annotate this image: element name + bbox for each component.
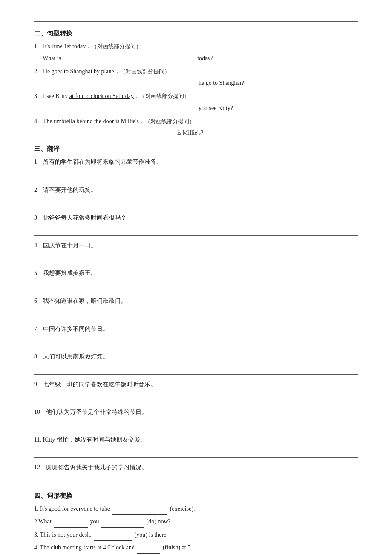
section-4-title: 四、词形变换 [34,492,358,500]
q2-4-text: 4．The umbrella behind the door is Millie… [34,116,358,127]
q2-2-blank1[interactable] [43,82,107,89]
wf-3-pre: 3. This is not your desk. [34,532,92,538]
t3-1-line[interactable] [34,170,358,180]
q2-1-blank2[interactable] [131,58,195,64]
wf-1-blank[interactable] [112,508,167,515]
q2-1-end: today? [197,52,213,64]
q2-3-blank1[interactable] [43,107,107,114]
t3-8-text: 8．人们可以用南瓜做灯笼。 [34,351,358,362]
q2-2-end: he go to Shanghai? [199,77,244,89]
t3-6-line[interactable] [34,309,358,319]
wf-3-post: (you) is there. [135,532,168,538]
wf-2: 2 What you (do) now? [34,516,358,528]
t3-1: 1．所有的学生都在为即将来临的儿童节作准备. [34,156,358,180]
section-4: 四、词形变换 1. It's good for everyone to take… [34,492,358,555]
wf-2-mid: you [90,518,99,525]
section-2-title: 二、句型转换 [34,29,358,38]
wf-2-pre: 2 What [34,518,52,525]
t3-8: 8．人们可以用南瓜做灯笼。 [34,351,358,375]
t3-7: 7．中国有许多不同的节日。 [34,324,358,347]
q2-2-text: 2．He goes to Shanghai by plane．（对画线部分提问） [34,66,358,78]
q2-2: 2．He goes to Shanghai by plane．（对画线部分提问）… [34,66,358,90]
section-3-title: 三、翻译 [34,145,358,153]
t3-11-line[interactable] [34,448,358,458]
t3-3-text: 3．你爸爸每天花很多时间看报吗？ [34,212,358,223]
wf-1-pre: 1. It's good for everyone to take [34,506,110,512]
q2-3-end: you see Kitty? [199,102,233,114]
t3-1-text: 1．所有的学生都在为即将来临的儿童节作准备. [34,156,358,167]
q2-4-blank1[interactable] [43,132,107,139]
section-3: 三、翻译 1．所有的学生都在为即将来临的儿童节作准备. 2．请不要开他的玩笑。 … [34,145,358,486]
q2-4-underline: behind the door [77,118,114,124]
wf-2-post: (do) now? [147,518,171,525]
wf-2-blank2[interactable] [101,521,144,528]
t3-7-text: 7．中国有许多不同的节日。 [34,324,358,334]
q2-3-underline: at four o'clock on Saturday [69,93,134,99]
t3-10-line[interactable] [34,420,358,430]
t3-9-line[interactable] [34,392,358,402]
t3-5-text: 5．我想要扮成美猴王. [34,268,358,278]
t3-11-text: 11. Kitty 很忙，她没有时间与她朋友交谈。 [34,434,358,445]
q2-2-blank2[interactable] [111,82,196,89]
wf-1: 1. It's good for everyone to take (exerc… [34,503,358,515]
q2-1-what: What is [43,52,61,64]
q2-4-blank2[interactable] [111,132,175,139]
wf-2-blank1[interactable] [54,521,88,528]
wf-4-pre: 4. The club meeting starts at 4 0'clock … [34,544,135,551]
t3-4-line[interactable] [34,253,358,263]
t3-12: 12．谢谢你告诉我关于我儿子的学习情况。 [34,462,358,486]
q2-4-hint: （对画线部分提问） [145,118,195,124]
wf-4-post: (finish) at 5. [163,544,192,551]
q2-1-answer: What is today? [34,52,358,64]
q2-4-end: is Millie's? [177,127,203,139]
q2-1-blank1[interactable] [63,58,127,64]
t3-8-line[interactable] [34,364,358,375]
q2-3-hint: （对画线部分提问） [140,93,190,99]
t3-5-line[interactable] [34,281,358,291]
q2-4-answer: is Millie's? [34,127,358,139]
t3-4-text: 4．国庆节在十月一日。 [34,240,358,251]
t3-12-line[interactable] [34,476,358,486]
t3-4: 4．国庆节在十月一日。 [34,240,358,263]
q2-2-underline: by plane [94,68,114,75]
t3-6-text: 6．我不知道谁在家，咱们敲敲门。 [34,295,358,306]
t3-9: 9．七年级一班的同学喜欢在吃午饭时听音乐。 [34,379,358,402]
q2-1-underline: June 1st [52,43,71,49]
t3-12-text: 12．谢谢你告诉我关于我儿子的学习情况。 [34,462,358,473]
wf-4-blank[interactable] [137,547,160,554]
q2-1: 1．It's June 1st today．（对画线部分提问） What is … [34,41,358,64]
wf-1-post: (exercise). [170,506,195,512]
t3-9-text: 9．七年级一班的同学喜欢在吃午饭时听音乐。 [34,379,358,390]
q2-2-answer: he go to Shanghai? [34,77,358,89]
t3-10: 10．他们认为万圣节是个非常特殊的节日。 [34,407,358,430]
q2-2-hint: （对画线部分提问） [120,68,170,75]
q2-3-text: 3．I see Kitty at four o'clock on Saturda… [34,91,358,102]
t3-6: 6．我不知道谁在家，咱们敲敲门。 [34,295,358,319]
section-2: 二、句型转换 1．It's June 1st today．（对画线部分提问） W… [34,29,358,139]
t3-10-text: 10．他们认为万圣节是个非常特殊的节日。 [34,407,358,417]
q2-3-answer: you see Kitty? [34,102,358,114]
t3-3-line[interactable] [34,225,358,236]
t3-5: 5．我想要扮成美猴王. [34,268,358,291]
q2-3-blank2[interactable] [111,107,196,114]
q2-4: 4．The umbrella behind the door is Millie… [34,116,358,139]
wf-3: 3. This is not your desk. (you) is there… [34,529,358,541]
t3-11: 11. Kitty 很忙，她没有时间与她朋友交谈。 [34,434,358,458]
t3-3: 3．你爸爸每天花很多时间看报吗？ [34,212,358,236]
q2-1-text: 1．It's June 1st today．（对画线部分提问） [34,41,358,52]
t3-7-line[interactable] [34,337,358,347]
t3-2: 2．请不要开他的玩笑。 [34,185,358,208]
q2-1-hint: （对画线部分提问） [92,43,141,49]
t3-2-line[interactable] [34,198,358,208]
q2-3: 3．I see Kitty at four o'clock on Saturda… [34,91,358,114]
top-divider [34,21,358,22]
wf-3-blank[interactable] [94,534,132,541]
t3-2-text: 2．请不要开他的玩笑。 [34,185,358,195]
wf-4: 4. The club meeting starts at 4 0'clock … [34,542,358,554]
